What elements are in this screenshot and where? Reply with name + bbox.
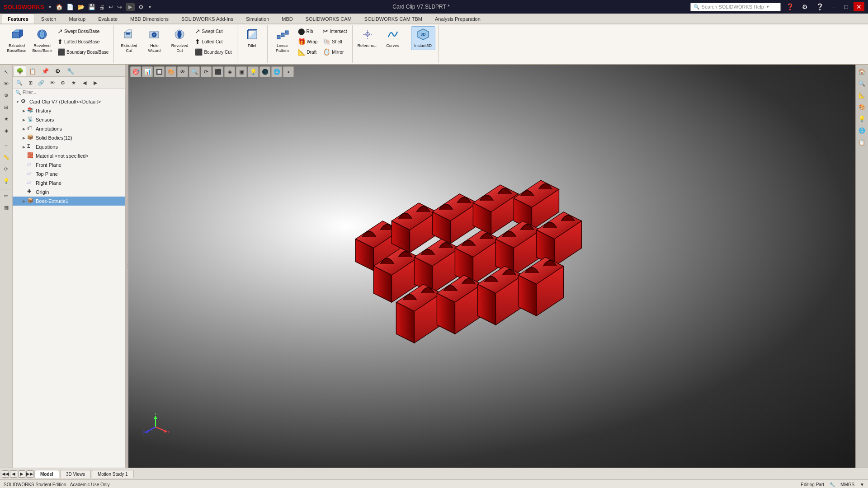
tree-item-right-plane[interactable]: ▱ Right Plane [13, 178, 125, 188]
vp-rotate-btn[interactable]: ⟳ [201, 66, 212, 77]
linear-pattern-btn[interactable]: LinearPattern [270, 26, 295, 55]
rs-globe-btn[interactable]: 🌐 [857, 125, 868, 136]
maximize-btn[interactable]: □ [842, 2, 851, 11]
viewport[interactable]: 🎯 📊 🔲 🎨 👁 🔍 ⟳ ⬛ ◈ ▣ 💡 🌑 🌐 ▪ [128, 65, 855, 468]
tab-mbd[interactable]: MBD [276, 14, 298, 23]
vp-box-btn[interactable]: ⬛ [212, 66, 223, 77]
sensors-expand[interactable]: ▶ [21, 117, 27, 123]
quick-access-open[interactable]: 📂 [77, 4, 85, 10]
fm-view-btn[interactable]: ⊞ [25, 78, 35, 88]
tree-item-root[interactable]: ▼ ⚙ Card Clip V7 (Default<<Default> [13, 97, 125, 106]
boundary-boss-base-btn[interactable]: ⬛ Boundary Boss/Base [55, 47, 111, 57]
nav-last-btn[interactable]: ▶▶ [26, 470, 33, 478]
fm-tab-properties[interactable]: 📋 [26, 66, 39, 76]
units-arrow[interactable]: ▼ [860, 482, 864, 487]
left-icon-arrow[interactable]: → [1, 140, 12, 151]
fm-nav-right[interactable]: ▶ [90, 78, 100, 88]
rs-list-btn[interactable]: 📋 [857, 137, 868, 148]
vp-light-btn[interactable]: 💡 [248, 66, 259, 77]
tab-motion-study-1[interactable]: Motion Study 1 [92, 470, 134, 478]
tree-item-top-plane[interactable]: ▱ Top Plane [13, 169, 125, 178]
tab-analysis-preparation[interactable]: Analysis Preparation [429, 14, 486, 23]
fm-tab-appearance[interactable]: 🔧 [64, 66, 77, 76]
fm-tab-config[interactable]: 📌 [39, 66, 52, 76]
tab-sketch[interactable]: Sketch [35, 14, 62, 23]
quick-access-options[interactable]: ⚙ [138, 4, 144, 10]
quick-access-print[interactable]: 🖨 [99, 4, 105, 10]
vp-orient-btn[interactable]: 🎯 [130, 66, 141, 77]
draft-btn[interactable]: 📐 Draft [296, 47, 320, 57]
left-icon-measure[interactable]: 📏 [1, 152, 12, 163]
search-arrow[interactable]: ▼ [766, 5, 770, 9]
nav-first-btn[interactable]: ◀◀ [2, 470, 9, 478]
tab-solidworks-addins[interactable]: SOLIDWORKS Add-Ins [175, 14, 239, 23]
tree-item-annotations[interactable]: ▶ 🏷 Annotations [13, 124, 125, 133]
left-icon-grid[interactable]: ⊞ [1, 102, 12, 113]
annotations-expand[interactable]: ▶ [21, 126, 27, 132]
tab-markup[interactable]: Markup [63, 14, 92, 23]
equations-expand[interactable]: ▶ [21, 144, 27, 150]
fm-eye-btn[interactable]: 👁 [47, 78, 57, 88]
left-icon-shapes[interactable]: ◈ [1, 125, 12, 136]
rebuild-btn[interactable]: ▶ [126, 3, 135, 11]
shell-btn[interactable]: 🐚 Shell [321, 37, 349, 47]
fm-star-btn[interactable]: ★ [69, 78, 79, 88]
vp-view-btn[interactable]: 📊 [142, 66, 153, 77]
root-expand[interactable]: ▼ [14, 99, 21, 105]
tab-evaluate[interactable]: Evaluate [92, 14, 123, 23]
fm-tab-tree[interactable]: 🌳 [14, 66, 26, 76]
vp-display-btn[interactable]: 🎨 [165, 66, 176, 77]
extruded-boss-base-btn[interactable]: ExtrudedBoss/Base [5, 26, 29, 55]
tab-solidworks-cam[interactable]: SOLIDWORKS CAM [300, 14, 358, 23]
vp-magnify-btn[interactable]: 🔍 [189, 66, 200, 77]
quick-access-redo[interactable]: ↪ [117, 4, 122, 10]
close-btn[interactable]: ✕ [854, 2, 864, 11]
tree-item-origin[interactable]: ✚ Origin [13, 188, 125, 197]
search-bar[interactable]: 🔍 Search SOLIDWORKS Help ▼ [690, 3, 781, 11]
titlebar-menu-arrow[interactable]: ▼ [48, 5, 52, 9]
units-label[interactable]: MMGS [840, 482, 854, 487]
tree-item-sensors[interactable]: ▶ 📡 Sensors [13, 115, 125, 124]
tab-features[interactable]: Features [2, 14, 34, 23]
vp-shade-btn[interactable]: ◈ [224, 66, 235, 77]
extruded-cut-btn[interactable]: ExtrudedCut [117, 26, 141, 55]
left-icon-gear[interactable]: ⚙ [1, 90, 12, 101]
quick-access-home[interactable]: 🏠 [56, 4, 63, 10]
tree-item-front-plane[interactable]: ▱ Front Plane [13, 160, 125, 169]
revolved-cut-btn[interactable]: RevolvedCut [167, 26, 192, 55]
rs-light-btn[interactable]: 💡 [857, 113, 868, 124]
tab-model[interactable]: Model [34, 470, 59, 478]
reference-btn[interactable]: Referenc... [355, 26, 380, 50]
tab-simulation[interactable]: Simulation [240, 14, 275, 23]
tab-mbd-dimensions[interactable]: MBD Dimensions [124, 14, 175, 23]
left-icon-pencil[interactable]: ✏ [1, 190, 12, 201]
nav-prev-btn[interactable]: ◀ [10, 470, 17, 478]
fm-filter-btn[interactable]: 🔍 [14, 78, 24, 88]
lofted-boss-base-btn[interactable]: ⬆ Lofted Boss/Base [55, 37, 111, 47]
hole-wizard-btn[interactable]: HoleWizard [142, 26, 166, 55]
instant3d-btn[interactable]: 3D Instant3D [411, 26, 435, 50]
tab-3d-views[interactable]: 3D Views [60, 470, 91, 478]
quick-access-arrow[interactable]: ▼ [147, 5, 152, 9]
intersect-btn[interactable]: ✂ Intersect [321, 26, 349, 36]
left-icon-cursor[interactable]: ↖ [1, 66, 12, 77]
rebuild-status-icon[interactable]: 🔧 [830, 482, 835, 487]
tree-item-solid-bodies[interactable]: ▶ 📦 Solid Bodies(12) [13, 133, 125, 142]
minimize-btn[interactable]: ─ [829, 2, 839, 11]
rs-dimension-btn[interactable]: 📐 [857, 90, 868, 101]
tree-item-boss-extrude1[interactable]: ▶ 📦 Boss-Extrude1 [13, 197, 125, 206]
tree-item-equations[interactable]: ▶ Σ Equations [13, 142, 125, 151]
question-icon[interactable]: ❔ [813, 2, 826, 11]
vp-render-btn[interactable]: 🌐 [271, 66, 282, 77]
fm-nav-left[interactable]: ◀ [80, 78, 90, 88]
quick-access-save[interactable]: 💾 [88, 4, 95, 10]
filter-input[interactable] [23, 90, 122, 95]
rs-color-btn[interactable]: 🎨 [857, 102, 868, 113]
left-icon-transform[interactable]: ⟳ [1, 164, 12, 174]
vp-section-btn[interactable]: 🔲 [154, 66, 165, 77]
solid-bodies-expand[interactable]: ▶ [21, 135, 27, 141]
vp-more-btn[interactable]: ▪ [283, 66, 294, 77]
nav-next-btn[interactable]: ▶ [18, 470, 25, 478]
tree-item-history[interactable]: ▶ 📚 History [13, 106, 125, 115]
rs-home-btn[interactable]: 🏠 [857, 66, 868, 77]
